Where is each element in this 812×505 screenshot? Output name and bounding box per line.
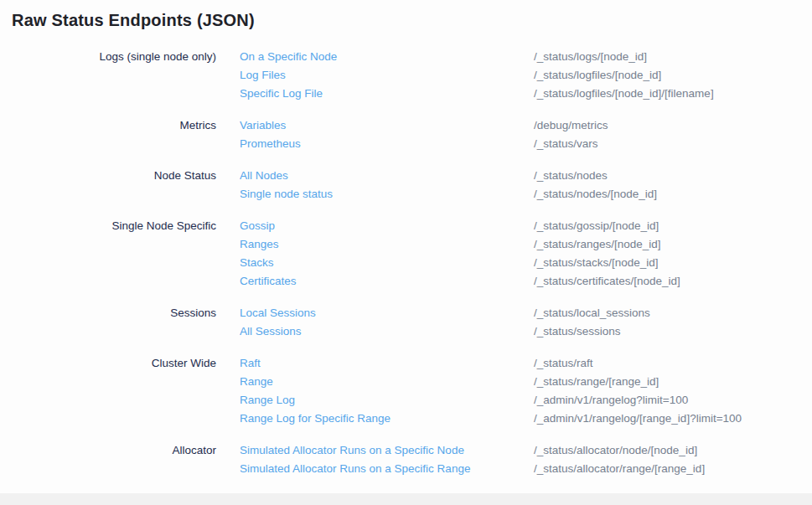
links-column: On a Specific NodeLog FilesSpecific Log … bbox=[240, 48, 534, 103]
endpoint-path: /_status/logfiles/[node_id] bbox=[534, 66, 812, 85]
endpoint-link[interactable]: Log Files bbox=[240, 66, 534, 85]
group-label: Allocator bbox=[12, 441, 216, 460]
endpoint-link[interactable]: Raft bbox=[240, 354, 534, 373]
endpoint-link[interactable]: Certificates bbox=[240, 272, 534, 291]
endpoint-link[interactable]: All Sessions bbox=[240, 322, 534, 341]
endpoint-path: /_status/logs/[node_id] bbox=[534, 48, 812, 66]
endpoint-section: Metrics VariablesPrometheus /debug/metri… bbox=[12, 116, 812, 153]
group-label: Cluster Wide bbox=[12, 354, 216, 373]
endpoint-link[interactable]: Simulated Allocator Runs on a Specific R… bbox=[240, 460, 534, 478]
group-label: Logs (single node only) bbox=[12, 48, 216, 66]
endpoints-table: Logs (single node only) On a Specific No… bbox=[12, 48, 812, 478]
endpoint-link[interactable]: Simulated Allocator Runs on a Specific N… bbox=[240, 441, 534, 460]
group-label: Node Status bbox=[12, 167, 216, 185]
endpoint-link[interactable]: Range bbox=[240, 373, 534, 391]
group-label: Single Node Specific bbox=[12, 217, 216, 235]
endpoint-link[interactable]: Range Log for Specific Range bbox=[240, 410, 534, 428]
endpoint-link[interactable]: Prometheus bbox=[240, 135, 534, 153]
endpoint-path: /_status/raft bbox=[534, 354, 812, 373]
endpoint-path: /_status/nodes bbox=[534, 167, 812, 185]
links-column: VariablesPrometheus bbox=[240, 116, 534, 153]
endpoint-link[interactable]: Specific Log File bbox=[240, 85, 534, 103]
endpoint-link[interactable]: All Nodes bbox=[240, 167, 534, 185]
endpoint-section: Node Status All NodesSingle node status … bbox=[12, 167, 812, 204]
paths-column: /_status/nodes/_status/nodes/[node_id] bbox=[534, 167, 812, 204]
group-label: Metrics bbox=[12, 116, 216, 135]
endpoint-link[interactable]: Single node status bbox=[240, 185, 534, 204]
endpoint-path: /_status/stacks/[node_id] bbox=[534, 254, 812, 272]
endpoint-path: /_status/certificates/[node_id] bbox=[534, 272, 812, 291]
endpoint-link[interactable]: Stacks bbox=[240, 254, 534, 272]
footer-strip bbox=[0, 493, 812, 505]
paths-column: /_status/allocator/node/[node_id]/_statu… bbox=[534, 441, 812, 478]
endpoint-link[interactable]: On a Specific Node bbox=[240, 48, 534, 66]
endpoint-section: Cluster Wide RaftRangeRange LogRange Log… bbox=[12, 354, 812, 428]
endpoint-path: /_admin/v1/rangelog/[range_id]?limit=100 bbox=[534, 410, 812, 428]
endpoint-path: /_status/sessions bbox=[534, 322, 812, 341]
endpoint-path: /_status/ranges/[node_id] bbox=[534, 235, 812, 254]
paths-column: /_status/local_sessions/_status/sessions bbox=[534, 304, 812, 341]
endpoint-path: /_status/local_sessions bbox=[534, 304, 812, 322]
endpoint-link[interactable]: Gossip bbox=[240, 217, 534, 235]
links-column: Simulated Allocator Runs on a Specific N… bbox=[240, 441, 534, 478]
endpoint-path: /_admin/v1/rangelog?limit=100 bbox=[534, 391, 812, 410]
endpoint-section: Sessions Local SessionsAll Sessions /_st… bbox=[12, 304, 812, 341]
endpoint-link[interactable]: Local Sessions bbox=[240, 304, 534, 322]
endpoint-link[interactable]: Variables bbox=[240, 116, 534, 135]
endpoint-path: /_status/range/[range_id] bbox=[534, 373, 812, 391]
group-label: Sessions bbox=[12, 304, 216, 322]
paths-column: /_status/raft/_status/range/[range_id]/_… bbox=[534, 354, 812, 428]
endpoint-path: /_status/gossip/[node_id] bbox=[534, 217, 812, 235]
endpoint-link[interactable]: Range Log bbox=[240, 391, 534, 410]
endpoint-link[interactable]: Ranges bbox=[240, 235, 534, 254]
paths-column: /_status/gossip/[node_id]/_status/ranges… bbox=[534, 217, 812, 291]
endpoint-section: Allocator Simulated Allocator Runs on a … bbox=[12, 441, 812, 478]
paths-column: /debug/metrics/_status/vars bbox=[534, 116, 812, 153]
endpoint-path: /_status/vars bbox=[534, 135, 812, 153]
endpoint-path: /_status/allocator/node/[node_id] bbox=[534, 441, 812, 460]
endpoint-section: Single Node Specific GossipRangesStacksC… bbox=[12, 217, 812, 291]
links-column: All NodesSingle node status bbox=[240, 167, 534, 204]
endpoint-section: Logs (single node only) On a Specific No… bbox=[12, 48, 812, 103]
links-column: Local SessionsAll Sessions bbox=[240, 304, 534, 341]
endpoint-path: /_status/nodes/[node_id] bbox=[534, 185, 812, 204]
links-column: RaftRangeRange LogRange Log for Specific… bbox=[240, 354, 534, 428]
links-column: GossipRangesStacksCertificates bbox=[240, 217, 534, 291]
endpoint-path: /_status/logfiles/[node_id]/[filename] bbox=[534, 85, 812, 103]
debug-page: Raw Status Endpoints (JSON) Logs (single… bbox=[0, 0, 812, 505]
page-title: Raw Status Endpoints (JSON) bbox=[12, 11, 812, 30]
endpoint-path: /debug/metrics bbox=[534, 116, 812, 135]
endpoint-path: /_status/allocator/range/[range_id] bbox=[534, 460, 812, 478]
paths-column: /_status/logs/[node_id]/_status/logfiles… bbox=[534, 48, 812, 103]
